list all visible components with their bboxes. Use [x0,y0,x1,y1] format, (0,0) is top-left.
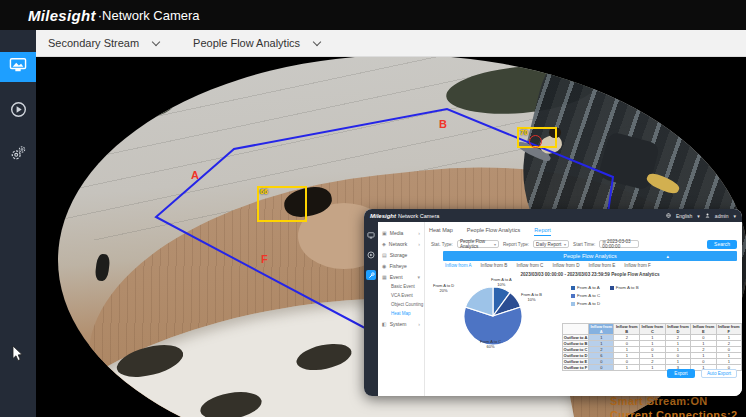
col-header: Inflow from D [665,324,691,335]
collapse-icon: ▴ [666,253,669,259]
detection-id: 70 [520,129,528,136]
live-view-icon [9,57,27,77]
detection-box: 70 [517,127,557,148]
row-header: Outflow to E [563,359,589,365]
nav-item-vca-event[interactable]: VCA Event [378,291,424,300]
chevron-down-icon: ▾ [564,242,566,247]
stream-select[interactable]: Secondary Stream [48,37,159,49]
sidebar-item-settings[interactable] [0,140,36,170]
start-time-input[interactable]: ▦2023-03-03 00:00:00 [599,240,639,248]
system-icon: ◧ [382,321,387,327]
language-select[interactable]: English [676,213,692,219]
mouse-cursor [12,346,23,366]
chevron-down-icon: ▾ [494,242,496,247]
subtab-inflow-e[interactable]: Inflow from E [589,263,616,268]
fisheye-icon: ◉ [382,263,386,269]
nav-label: Media [390,230,404,236]
report-type-select[interactable]: Daily Report▾ [533,240,569,248]
pie-legend: From A to A From A to B From A to C From… [571,285,639,309]
row-header: Outflow to A [563,335,589,341]
expand-icon: ▾ [417,274,420,280]
popup-nav: ▣ Media › ◈ Network › ▤ Storage ◉ Fishey… [378,222,425,396]
nav-item-storage[interactable]: ▤ Storage [378,249,424,260]
filter-row: Stat. Type: People Flow Analytics▾ Repor… [431,239,737,249]
popup-brand-logo: Milesight [370,213,396,219]
pie-label: From A to B10% [521,292,542,302]
subtab-inflow-c[interactable]: Inflow from C [516,263,543,268]
product-name: ·Network Camera [98,8,200,23]
region-label-a: A [191,169,199,181]
subtab-inflow-a[interactable]: Inflow from A [445,263,472,268]
stream-select-value: Secondary Stream [48,37,139,49]
stream-toolbar: Secondary Stream People Flow Analytics [36,30,746,57]
user-menu[interactable]: admin [715,213,729,219]
nav-item-network[interactable]: ◈ Network › [378,238,424,249]
osd-connections: Current Connections:2 [610,409,738,417]
tab-report[interactable]: Report [534,227,551,236]
media-icon: ▣ [382,230,387,236]
start-time-value: 2023-03-03 00:00:00 [602,239,630,249]
popup-settings-icon[interactable] [366,270,376,280]
stat-type-value: People Flow Analytics [460,239,494,249]
stat-type-select[interactable]: People Flow Analytics▾ [457,240,499,248]
legend-swatch [571,302,575,306]
legend-swatch [571,286,575,290]
export-button[interactable]: Export [667,369,695,378]
mode-select[interactable]: People Flow Analytics [193,37,320,49]
head-marker-circle [529,135,542,148]
playback-icon [10,101,27,122]
storage-icon: ▤ [382,252,387,258]
mode-select-value: People Flow Analytics [193,37,300,49]
brand-logo: Milesight [28,7,96,24]
nav-label: Event [390,274,403,280]
legend-swatch [610,286,614,290]
col-header: Inflow from B [614,324,640,335]
stat-type-label: Stat. Type: [431,242,453,247]
sidebar-item-live-view[interactable] [0,52,36,82]
legend-item: From A to C [571,293,600,298]
legend-item: From A to B [610,285,639,290]
row-header: Outflow to B [563,341,589,347]
nav-item-fisheye[interactable]: ◉ Fisheye [378,260,424,271]
report-title: 2023/03/03 00:00:00 - 2023/03/03 23:59:5… [443,272,737,277]
col-header: Inflow from F [716,324,741,335]
expand-icon: › [418,241,420,247]
legend-item: From A to D [571,301,600,306]
nav-item-basic-event[interactable]: Basic Event [378,282,424,291]
subtab-inflow-b[interactable]: Inflow from B [481,263,508,268]
subtab-inflow-d[interactable]: Inflow from D [552,263,579,268]
analytics-window: Milesight Network Camera English ▾ admin… [364,209,742,396]
network-icon: ◈ [382,241,386,247]
nav-label: Fisheye [389,263,407,269]
legend-swatch [571,294,575,298]
pie-label: From A to D20% [433,283,454,293]
col-header: Inflow from C [640,324,666,335]
chevron-down-icon [152,37,160,45]
panel-title: People Flow Analytics [563,253,617,259]
search-button[interactable]: Search [707,240,737,249]
nav-label: Storage [390,252,408,258]
popup-content: Heat Map People Flow Analytics Report St… [425,222,742,396]
popup-live-view-icon[interactable] [366,230,376,240]
nav-item-heat-map[interactable]: Heat Map [378,309,424,318]
nav-item-media[interactable]: ▣ Media › [378,227,424,238]
tab-heat-map[interactable]: Heat Map [429,227,453,236]
nav-item-object-counting[interactable]: Object Counting [378,300,424,309]
chevron-down-icon: ▾ [733,213,736,219]
app-header: Milesight ·Network Camera [0,0,746,30]
subtab-inflow-f[interactable]: Inflow from F [624,263,651,268]
globe-icon [666,213,671,219]
user-icon [705,213,710,219]
auto-export-button[interactable]: Auto Export [701,369,737,378]
tab-people-flow-analytics[interactable]: People Flow Analytics [467,227,521,236]
sidebar-item-playback[interactable] [0,96,36,126]
nav-item-event[interactable]: ▦ Event ▾ [378,271,424,282]
chevron-down-icon [313,37,321,45]
col-header: Inflow from A [589,324,614,335]
chevron-down-icon: ▾ [697,213,700,219]
popup-playback-icon[interactable] [366,250,376,260]
panel-header[interactable]: People Flow Analytics ▴ [443,251,737,261]
nav-item-system[interactable]: ◧ System › [378,318,424,329]
report-type-label: Report Type: [503,242,529,247]
popup-titlebar: Milesight Network Camera English ▾ admin… [364,209,742,222]
